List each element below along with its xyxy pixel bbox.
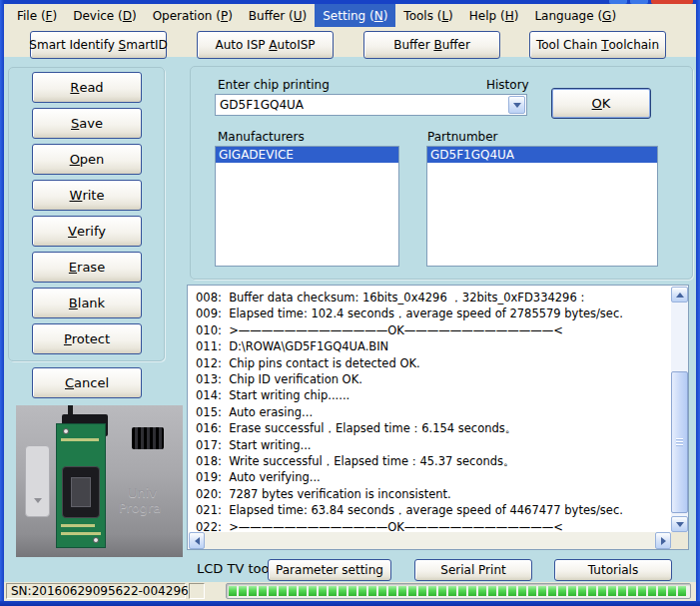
log-line: 017: Start writing...: [196, 437, 665, 453]
serial-print-button[interactable]: Serial Print: [414, 559, 532, 581]
progress-bar: [226, 583, 691, 599]
arrow-down-icon: [676, 522, 684, 527]
chip-die: [71, 477, 91, 507]
window-border-bottom: [0, 601, 700, 606]
log-line: 019: Auto verifying...: [196, 469, 665, 485]
chip-combo-value: GD5F1GQ4UA: [220, 98, 304, 112]
save-button[interactable]: Save: [32, 108, 142, 139]
horizontal-scrollbar[interactable]: [189, 532, 671, 549]
arrow-right-icon: [661, 537, 666, 545]
erase-button[interactable]: Erase: [32, 252, 142, 283]
status-panel: [189, 583, 205, 599]
log-line: 009: Elapsed time: 102.4 seconds，average…: [196, 305, 665, 321]
history-dropdown-button[interactable]: [508, 96, 525, 114]
menu-device[interactable]: Device (D): [65, 4, 144, 27]
scroll-up-button[interactable]: [671, 287, 688, 303]
enter-chip-label: Enter chip printing: [218, 78, 330, 92]
log-line: 011: D:\ROWA\GD5F1GQ4UA.BIN: [196, 338, 665, 354]
pcb-silkscreen: [61, 438, 99, 441]
chip-combo[interactable]: GD5F1GQ4UA: [215, 94, 527, 116]
window-border-left: [0, 0, 4, 606]
arrow-left-icon: [195, 537, 200, 545]
pcb-silkscreen: [61, 524, 95, 527]
log-area[interactable]: 008: Buffer data checksum: 16bits_0x4296…: [187, 285, 689, 550]
log-line: 008: Buffer data checksum: 16bits_0x4296…: [196, 290, 665, 305]
progress-fill: [229, 586, 688, 596]
chip-socket: [62, 466, 100, 518]
log-line: 020: 7287 bytes verification is inconsis…: [196, 486, 665, 502]
serial-number-panel: SN:20160629095622-004296: [6, 583, 186, 599]
ok-button[interactable]: OK: [551, 88, 651, 119]
scrollbar-corner: [671, 532, 688, 549]
open-button[interactable]: Open: [32, 144, 142, 175]
partnumber-label: Partnumber: [427, 130, 498, 144]
tool-chain-button[interactable]: Tool Chain Toolchain: [529, 31, 666, 59]
log-line: 021: Elapsed time: 63.84 seconds，average…: [196, 502, 665, 518]
blank-button[interactable]: Blank: [32, 288, 142, 318]
partnumber-list[interactable]: GD5F1GQ4UA: [426, 146, 658, 267]
menu-help[interactable]: Help (H): [461, 4, 527, 27]
scroll-down-button[interactable]: [671, 516, 688, 532]
cancel-button[interactable]: Cancel: [32, 367, 142, 398]
arrow-icon: [34, 498, 42, 503]
pcb-hole: [93, 537, 99, 543]
list-item[interactable]: GD5F1GQ4UA: [427, 147, 657, 163]
log-line: 016: Erase successful，Elapsed time：6.154…: [196, 420, 665, 436]
manufacturers-label: Manufacturers: [218, 130, 305, 144]
pcb-adapter: [56, 423, 106, 548]
pcb-silkscreen: [61, 532, 101, 535]
write-button[interactable]: Write: [32, 180, 142, 211]
smart-identify-button[interactable]: Smart Identify SmartID: [30, 31, 167, 59]
status-bar: SN:20160629095622-004296: [4, 582, 696, 601]
menu-language[interactable]: Language (G): [526, 4, 624, 27]
log-text[interactable]: 008: Buffer data checksum: 16bits_0x4296…: [196, 290, 665, 531]
menu-file[interactable]: File (F): [9, 4, 65, 27]
protect-button[interactable]: Protect: [32, 323, 142, 354]
log-line: 010: >—————————————OK—————————————<: [196, 322, 665, 338]
log-line: 018: Write successful，Elapsed time：45.37…: [196, 453, 665, 469]
verify-button[interactable]: Verify: [32, 216, 142, 247]
vertical-scroll-thumb[interactable]: [671, 371, 688, 513]
chevron-down-icon: [513, 103, 521, 108]
lcd-tv-tool-label: LCD TV tool: [197, 561, 273, 576]
buffer-button[interactable]: Buffer Buffer: [363, 31, 500, 59]
history-label: History: [486, 78, 529, 92]
thumb-grip: [676, 438, 683, 446]
vertical-scrollbar[interactable]: [671, 287, 688, 532]
auto-isp-button[interactable]: Auto ISP AutoISP: [197, 31, 334, 59]
programmer-text: Progra: [119, 500, 161, 515]
pcb-hole: [63, 428, 69, 434]
menu-operation[interactable]: Operation (P): [145, 4, 241, 27]
log-line: 012: Chip pins contact is detected OK.: [196, 355, 665, 371]
manufacturers-list[interactable]: GIGADEVICE: [215, 146, 399, 267]
menu-bar: File (F) Device (D) Operation (P) Buffer…: [4, 4, 696, 27]
window-border-right: [696, 0, 700, 606]
list-item[interactable]: GIGADEVICE: [216, 147, 398, 163]
arrow-up-icon: [676, 293, 684, 298]
log-line: 015: Auto erasing...: [196, 404, 665, 420]
log-line: 013: Chip ID verification OK.: [196, 371, 665, 387]
log-line: 022: >—————————————OK—————————————<: [196, 519, 665, 531]
tutorials-button[interactable]: Tutorials: [554, 559, 672, 581]
socket-lever: [25, 445, 50, 517]
pin-header: [132, 427, 164, 449]
menu-tools[interactable]: Tools (L): [395, 4, 460, 27]
parameter-setting-button[interactable]: Parameter setting: [268, 559, 391, 581]
programmer-text: Univ: [128, 485, 157, 500]
log-line: 014: Start writing chip......: [196, 387, 665, 403]
scroll-right-button[interactable]: [655, 532, 671, 549]
menu-setting[interactable]: Setting (N): [315, 4, 395, 27]
app-window: File (F) Device (D) Operation (P) Buffer…: [0, 0, 700, 606]
read-button[interactable]: Read: [32, 72, 142, 103]
menu-buffer[interactable]: Buffer (U): [241, 4, 315, 27]
device-photo: Univ Progra: [16, 405, 183, 557]
scroll-left-button[interactable]: [189, 532, 205, 549]
